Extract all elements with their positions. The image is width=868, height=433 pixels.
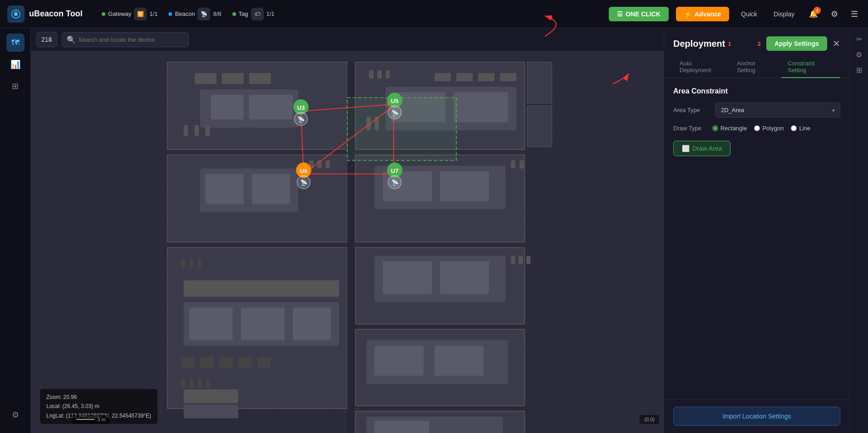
draw-area-icon: ⬜ [682, 145, 690, 152]
panel-title: Deployment [673, 39, 725, 49]
left-sidebar: 🗺 📊 ⊞ ⚙ [0, 28, 31, 433]
tab-auto-deployment[interactable]: Auto Deployment [673, 56, 730, 78]
area-type-label: Area Type [673, 107, 710, 113]
gateway-dot [102, 12, 105, 16]
tag-count: 1/1 [266, 10, 275, 17]
svg-rect-7 [222, 73, 244, 84]
svg-rect-40 [520, 160, 524, 168]
layers-button[interactable]: ⊞ [852, 63, 866, 77]
draw-type-rectangle[interactable]: Rectangle [712, 125, 747, 132]
right-panel-wrap: Deployment 1 2 Apply Settings ✕ Auto Dep… [664, 28, 868, 433]
floor-select[interactable]: 218 [36, 32, 57, 47]
draw-type-row: Draw Type Rectangle Polygon Line [673, 125, 840, 132]
svg-rect-53 [293, 308, 331, 340]
tag-dot [232, 12, 236, 16]
svg-rect-54 [181, 357, 195, 368]
svg-rect-77 [527, 106, 552, 147]
notification-bell[interactable]: 🔔 4 [806, 7, 821, 21]
sidebar-item-settings[interactable]: ⚙ [6, 406, 25, 424]
svg-rect-72 [434, 346, 483, 376]
origin-coords: (0,0) [640, 415, 659, 424]
notification-badge: 4 [814, 7, 821, 14]
apply-settings-button[interactable]: Apply Settings [766, 36, 827, 51]
step-1: 1 [728, 40, 731, 47]
svg-rect-39 [511, 160, 515, 168]
svg-text:📡: 📡 [391, 179, 399, 187]
tag-label: Tag [239, 10, 248, 17]
svg-rect-11 [249, 95, 293, 119]
configure-button[interactable]: ⚙ [852, 47, 866, 62]
draw-type-polygon[interactable]: Polygon [754, 125, 784, 132]
search-input[interactable] [79, 36, 184, 43]
svg-rect-60 [184, 405, 238, 418]
svg-rect-31 [252, 174, 290, 204]
floorplan-svg: U3 📡 U5 📡 U6 📡 U7 📡 [31, 51, 664, 433]
advance-icon: ⚡ [684, 10, 692, 18]
scissors-button[interactable]: ✂ [852, 32, 866, 46]
one-click-button[interactable]: ☰ ONE CLICK [609, 7, 669, 21]
settings-nav-button[interactable]: ⚙ [828, 6, 841, 22]
gateway-icon-wrap: 🛜 [134, 8, 147, 20]
sidebar-item-devices[interactable]: 📊 [6, 55, 25, 74]
svg-text:U6: U6 [300, 167, 307, 174]
close-panel-button[interactable]: ✕ [833, 38, 840, 49]
svg-rect-68 [526, 256, 531, 264]
advance-label: Advance [695, 10, 721, 18]
step-2: 2 [758, 40, 761, 47]
svg-rect-20 [456, 73, 473, 81]
display-button[interactable]: Display [769, 8, 799, 20]
area-type-select[interactable]: 2D_Area [715, 103, 840, 118]
panel-content: Area Constraint Area Type 2D_Area Draw T… [664, 78, 849, 399]
menu-button[interactable]: ☰ [848, 6, 861, 22]
gateway-device: Gateway 🛜 1/1 [102, 8, 158, 20]
gateway-count: 1/1 [149, 10, 158, 17]
sidebar-item-layers[interactable]: ⊞ [6, 77, 25, 95]
draw-type-label: Draw Type [673, 125, 701, 132]
svg-rect-52 [241, 308, 285, 340]
device-group: Gateway 🛜 1/1 Beacon 📡 8/8 Tag 🏷 1/1 [102, 8, 275, 20]
svg-rect-64 [383, 261, 432, 294]
panel-tabs: Auto Deployment Anchor Setting Constrain… [664, 51, 849, 78]
tag-device: Tag 🏷 1/1 [232, 8, 275, 20]
svg-rect-75 [375, 421, 429, 433]
scale-label: 3 m [97, 417, 105, 422]
layers-icon: ⊞ [856, 66, 862, 74]
advance-button[interactable]: ⚡ Advance [676, 7, 729, 21]
search-icon: 🔍 [67, 35, 76, 44]
scissors-icon: ✂ [856, 35, 862, 44]
scale-bar: 3 m [72, 415, 110, 424]
right-sidebar-icons: ✂ ⚙ ⊞ [849, 28, 868, 433]
tab-constraint-setting[interactable]: Constraint Setting [781, 56, 840, 78]
svg-rect-6 [195, 73, 217, 84]
svg-rect-49 [184, 280, 339, 297]
quick-button[interactable]: Quick [736, 8, 762, 20]
svg-rect-55 [200, 357, 214, 368]
draw-type-line[interactable]: Line [791, 125, 810, 132]
svg-rect-56 [219, 357, 233, 368]
top-bar-row: 218 🔍 [31, 28, 664, 51]
polygon-label: Polygon [762, 125, 784, 132]
svg-rect-17 [377, 70, 382, 79]
gateway-label: Gateway [108, 10, 131, 17]
tab-anchor-setting[interactable]: Anchor Setting [730, 56, 781, 78]
draw-area-label: Draw Area [692, 145, 722, 152]
line-label: Line [799, 125, 810, 132]
sidebar-item-map[interactable]: 🗺 [6, 34, 25, 52]
draw-area-button[interactable]: ⬜ Draw Area [673, 141, 730, 156]
area-type-select-wrap: 2D_Area [715, 103, 840, 118]
svg-rect-38 [440, 171, 489, 201]
svg-rect-66 [511, 256, 515, 264]
draw-type-radio-group: Rectangle Polygon Line [712, 125, 810, 132]
map-area[interactable]: U3 📡 U5 📡 U6 📡 U7 📡 [31, 51, 664, 433]
svg-text:📡: 📡 [297, 116, 305, 123]
svg-rect-51 [189, 308, 233, 340]
svg-rect-13 [195, 125, 199, 136]
svg-rect-45 [181, 379, 186, 389]
beacon-device: Beacon 📡 8/8 [168, 8, 221, 20]
import-location-settings-button[interactable]: Import Location Settings [673, 407, 840, 426]
one-click-label: ONE CLICK [626, 10, 661, 18]
svg-rect-43 [189, 259, 194, 269]
svg-rect-10 [211, 95, 244, 119]
panel-footer: Import Location Settings [664, 399, 849, 433]
svg-text:📡: 📡 [391, 109, 399, 117]
